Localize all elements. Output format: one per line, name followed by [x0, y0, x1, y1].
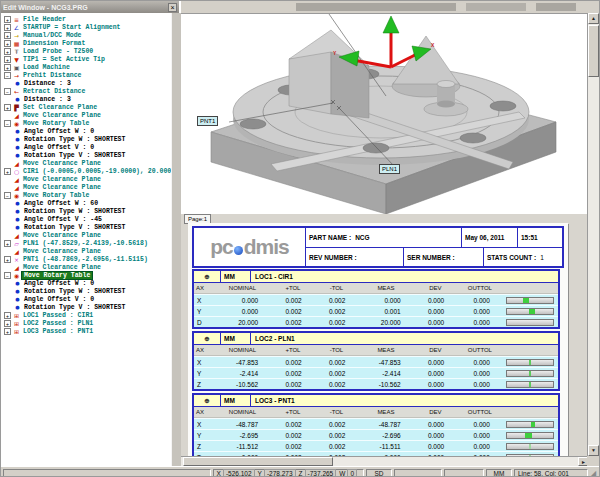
- tree-item[interactable]: ◢Move Clearance Plane: [1, 231, 171, 239]
- tree-item[interactable]: +ŦLoad Probe - T2500: [1, 47, 171, 55]
- collapse-icon[interactable]: −: [4, 120, 11, 127]
- tree-item-label: Rotation Type W : SHORTEST: [23, 136, 126, 143]
- section-header[interactable]: ⊕MMLOC2 - PLN1: [194, 333, 558, 345]
- tree-item[interactable]: ●Angle Offset W : 0: [14, 279, 171, 287]
- feature-label-pnt1[interactable]: PNT1: [197, 116, 218, 126]
- tree-item-label: Angle Offset V : -45: [23, 216, 103, 223]
- value-cell: -48.787: [214, 421, 271, 428]
- expand-icon[interactable]: +: [4, 24, 11, 31]
- value-cell: 0.000: [414, 381, 458, 388]
- close-icon[interactable]: ×: [168, 3, 177, 12]
- part-name-cell: PART NAME : NCG: [306, 228, 462, 247]
- tree-item[interactable]: ◢Move Clearance Plane: [1, 111, 171, 119]
- value-cell: 0.002: [271, 319, 315, 326]
- tree-item[interactable]: −←Retract Distance: [1, 87, 171, 95]
- value-cell: 0.000: [457, 297, 503, 304]
- tree-item[interactable]: +≡File Header: [1, 15, 171, 23]
- tree-item[interactable]: ◢Move Clearance Plane: [1, 183, 171, 191]
- expand-icon[interactable]: +: [4, 312, 11, 319]
- tree-item[interactable]: ●Rotation Type V : SHORTEST: [14, 303, 171, 311]
- tree-item[interactable]: ●Angle Offset V : 0: [14, 295, 171, 303]
- tree-item[interactable]: ◢Move Clearance Plane: [1, 159, 171, 167]
- probe-icon: Ŧ: [13, 48, 20, 55]
- expand-icon[interactable]: +: [4, 16, 11, 23]
- horizontal-scroll-thumb[interactable]: [183, 457, 333, 466]
- tree-item[interactable]: −◉Move Rotary Table: [1, 271, 171, 279]
- tree-item[interactable]: +⊞LOC3 Passed : PNT1: [1, 327, 171, 335]
- horizontal-scrollbar[interactable]: ►: [181, 456, 589, 466]
- tree-item[interactable]: +⊞LOC1 Passed : CIR1: [1, 311, 171, 319]
- tree-item[interactable]: ●Rotation Type V : SHORTEST: [14, 223, 171, 231]
- tree-item[interactable]: +⊞LOC2 Passed : PLN1: [1, 319, 171, 327]
- deviation-bar-cell: [503, 297, 558, 304]
- tree-item[interactable]: ●Angle Offset W : 0: [14, 127, 171, 135]
- section-header[interactable]: ⊕MMLOC3 - PNT1: [194, 395, 558, 407]
- edit-window-panel: Edit Window - NCG3.PRG × +≡File Header+∠…: [1, 1, 181, 466]
- expand-icon[interactable]: +: [4, 40, 11, 47]
- tree-item[interactable]: ●Rotation Type W : SHORTEST: [14, 207, 171, 215]
- stats-count-cell: STATS COUNT : 1: [484, 248, 562, 266]
- tree-item[interactable]: ●Angle Offset V : -45: [14, 215, 171, 223]
- collapse-icon[interactable]: −: [4, 72, 11, 79]
- panel-divider[interactable]: [171, 13, 181, 466]
- vertical-scrollbar[interactable]: ▲ ▼: [587, 13, 599, 456]
- tree-item-label: Rotation Type V : SHORTEST: [23, 224, 126, 231]
- collapse-icon[interactable]: −: [4, 192, 11, 199]
- expand-icon[interactable]: +: [4, 256, 11, 263]
- tree-item[interactable]: ●Distance : 3: [14, 95, 171, 103]
- feature-label-pln1[interactable]: PLN1: [379, 164, 400, 174]
- tree-item[interactable]: +▦Dimension Format: [1, 39, 171, 47]
- edit-window-titlebar[interactable]: Edit Window - NCG3.PRG ×: [1, 1, 179, 13]
- expand-icon[interactable]: +: [4, 168, 11, 175]
- tree-item[interactable]: ●Angle Offset W : 60: [14, 199, 171, 207]
- tree-item[interactable]: −◉Move Rotary Table: [1, 191, 171, 199]
- tree-item[interactable]: +○CIR1 (-0.0005,0.0005,-19.0000), 20.000…: [1, 167, 171, 175]
- section-title: LOC1 - CIR1: [251, 273, 558, 280]
- tree-item[interactable]: +▱PLN1 (-47.8529,-2.4139,-10.5618): [1, 239, 171, 247]
- rev-number-cell: REV NUMBER :: [306, 248, 404, 266]
- tree-item[interactable]: +×PNT1 (-48.7869,-2.6956,-11.5115): [1, 255, 171, 263]
- report-viewport[interactable]: Page:1 pc dmis PART NAME : NCG Ma: [181, 214, 589, 456]
- expand-icon[interactable]: +: [4, 48, 11, 55]
- deviation-bar-track: [506, 432, 554, 439]
- tree-item[interactable]: +▣Load Machine: [1, 63, 171, 71]
- graphics-viewport[interactable]: PNT1 PLN1 X Y: [181, 13, 589, 214]
- machine-position-pane: X-526.102Y-278.273Z-737.265W0: [213, 469, 364, 477]
- tree-item[interactable]: ●Rotation Type W : SHORTEST: [14, 135, 171, 143]
- value-cell: 0.000: [414, 421, 458, 428]
- scroll-up-icon[interactable]: ▲: [588, 13, 599, 24]
- tree-item[interactable]: ●Distance : 3: [14, 79, 171, 87]
- collapse-icon[interactable]: −: [4, 272, 11, 279]
- expand-icon[interactable]: +: [4, 320, 11, 327]
- value-cell: 0.002: [315, 308, 359, 315]
- vertical-scroll-thumb[interactable]: [588, 25, 599, 77]
- tree-item[interactable]: ●Rotation Type W : SHORTEST: [14, 287, 171, 295]
- tree-item[interactable]: ●Rotation Type V : SHORTEST: [14, 151, 171, 159]
- value-cell: 0.000: [457, 381, 503, 388]
- section-units: MM: [221, 271, 251, 282]
- expand-icon[interactable]: +: [4, 32, 11, 39]
- section-header[interactable]: ⊕MMLOC1 - CIR1: [194, 271, 558, 283]
- tree-item[interactable]: +▛Set Clearance Plane: [1, 103, 171, 111]
- tree-item[interactable]: ◢Move Clearance Plane: [1, 247, 171, 255]
- tree-item[interactable]: +▼TIP1 = Set Active Tip: [1, 55, 171, 63]
- expand-icon[interactable]: +: [4, 104, 11, 111]
- tree-item[interactable]: −◉Move Rotary Table: [1, 119, 171, 127]
- bullet-icon: ●: [14, 128, 21, 134]
- tree-item[interactable]: ●Angle Offset V : 0: [14, 143, 171, 151]
- resize-grip[interactable]: ◢: [590, 469, 599, 477]
- tree-item[interactable]: −→Prehit Distance: [1, 71, 171, 79]
- tree-item[interactable]: ◢Move Clearance Plane: [1, 263, 171, 271]
- expand-icon[interactable]: +: [4, 64, 11, 71]
- edit-window-tree[interactable]: +≡File Header+∠STARTUP = Start Alignment…: [1, 13, 171, 466]
- value-cell: 0.002: [315, 370, 359, 377]
- tree-item[interactable]: ◢Move Clearance Plane: [1, 175, 171, 183]
- collapse-icon[interactable]: −: [4, 88, 11, 95]
- expand-icon[interactable]: +: [4, 328, 11, 335]
- scroll-down-icon[interactable]: ▼: [588, 445, 599, 456]
- expand-icon[interactable]: +: [4, 240, 11, 247]
- tree-item[interactable]: +→Manual/DCC Mode: [1, 31, 171, 39]
- tree-item-label: Load Machine: [22, 64, 71, 71]
- expand-icon[interactable]: +: [4, 56, 11, 63]
- tree-item[interactable]: +∠STARTUP = Start Alignment: [1, 23, 171, 31]
